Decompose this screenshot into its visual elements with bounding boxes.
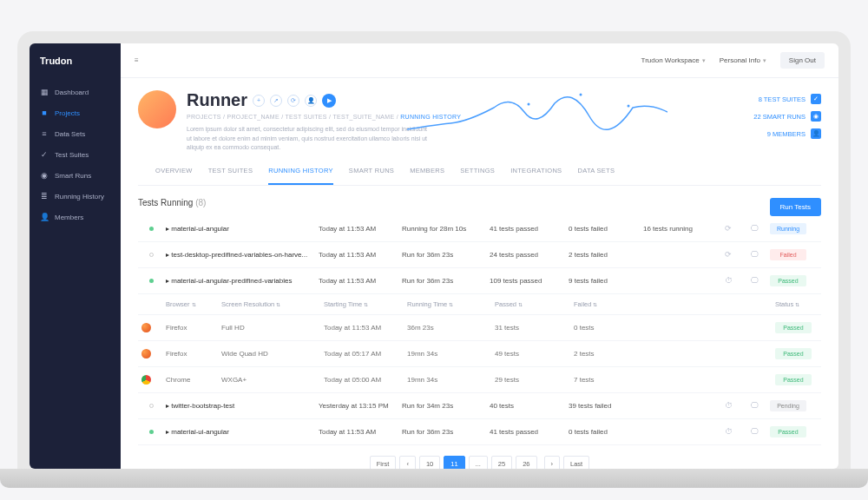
sidebar-item-data-sets[interactable]: ≡Data Sets <box>30 123 121 144</box>
time-cell: Today at 11:53 AM <box>319 251 397 259</box>
tab-test-suites[interactable]: TEST SUITES <box>208 167 253 185</box>
table-row[interactable]: ▸ test-desktop-predifined-variables-on-h… <box>138 242 821 268</box>
link-icon[interactable]: ↗ <box>270 95 282 107</box>
status-dot <box>149 404 154 408</box>
run-tests-button[interactable]: Run Tests <box>770 198 821 216</box>
history-icon[interactable]: ⏱ <box>718 276 739 285</box>
status-badge: Passed <box>775 348 812 359</box>
project-stats: 8 TEST SUITES✓ 22 SMART RUNS◉ 9 MEMBERS👤 <box>753 94 821 146</box>
failed-cell: 2 tests failed <box>569 251 638 259</box>
monitor-icon[interactable]: 🖵 <box>744 250 765 259</box>
check-icon: ✓ <box>811 94 821 104</box>
sidebar-item-projects[interactable]: ■Projects <box>30 102 121 123</box>
personal-info-menu[interactable]: Personal Info▾ <box>720 56 766 64</box>
tab-settings[interactable]: SETTINGS <box>460 167 495 185</box>
sub-table-row[interactable]: Firefox Full HD Today at 11:53 AM 36m 23… <box>138 315 821 341</box>
duration-cell: 36m 23s <box>407 324 490 332</box>
monitor-icon[interactable]: 🖵 <box>744 224 765 233</box>
passed-cell: 40 tests <box>490 402 563 410</box>
add-icon[interactable]: + <box>253 95 265 107</box>
failed-cell: 7 tests <box>574 376 643 384</box>
monitor-icon[interactable]: 🖵 <box>744 401 765 410</box>
time-cell: Today at 05:00 AM <box>324 376 402 384</box>
sub-table-row[interactable]: Chrome WXGA+ Today at 05:00 AM 19mn 34s … <box>138 367 821 393</box>
status-badge: Passed <box>770 426 806 438</box>
status-badge: Running <box>770 223 806 234</box>
extra-cell: 16 tests running <box>643 225 713 233</box>
resolution-cell: Wide Quad HD <box>221 350 319 358</box>
table-row[interactable]: ▸ twitter-bootstrap-test Yesterday at 13… <box>138 393 821 419</box>
tab-data-sets[interactable]: DATA SETS <box>577 167 615 185</box>
history-icon[interactable]: ⏱ <box>718 401 739 410</box>
signout-button[interactable]: Sign Out <box>780 52 825 69</box>
tab-running-history[interactable]: RUNNING HISTORY <box>268 167 333 185</box>
svg-point-1 <box>580 94 582 96</box>
table-row[interactable]: ▸ material-ui-angular Today at 11:53 AM … <box>138 419 821 445</box>
status-dot <box>149 253 154 257</box>
page-prev[interactable]: ‹ <box>399 456 416 470</box>
duration-cell: Run for 36m 23s <box>402 251 484 259</box>
section-title: Run Tests Tests Running (8) <box>138 198 821 207</box>
tab-overview[interactable]: OVERVIEW <box>155 167 193 185</box>
duration-cell: 19mn 34s <box>407 376 490 384</box>
running-history-icon: ≣ <box>40 192 49 201</box>
history-icon[interactable]: ⏱ <box>718 427 739 436</box>
failed-cell: 39 tests failed <box>569 402 638 410</box>
resolution-cell: Full HD <box>221 324 319 332</box>
workspace-selector[interactable]: Trudon Workspace▾ <box>641 56 706 64</box>
tab-smart-runs[interactable]: SMART RUNS <box>349 167 394 185</box>
sidebar-item-smart-runs[interactable]: ◉Smart Runs <box>30 165 121 186</box>
page-26[interactable]: 26 <box>516 456 536 470</box>
browser-cell: Firefox <box>166 324 216 332</box>
time-cell: Yesterday at 13:15 PM <box>319 402 397 410</box>
monitor-icon[interactable]: 🖵 <box>744 427 765 436</box>
duration-cell: Run for 36m 23s <box>402 277 484 285</box>
table-row[interactable]: ▸ material-ui-angular-predifined-variabl… <box>138 268 821 294</box>
page-10[interactable]: 10 <box>419 456 440 470</box>
hamburger-icon[interactable]: ≡ <box>135 56 139 64</box>
passed-cell: 24 tests passed <box>490 251 563 259</box>
sub-table-row[interactable]: Firefox Wide Quad HD Today at 05:17 AM 1… <box>138 341 821 367</box>
sidebar-item-dashboard[interactable]: ▦Dashboard <box>30 82 121 102</box>
time-cell: Today at 11:53 AM <box>319 277 397 285</box>
smart-runs-icon: ◉ <box>40 171 49 180</box>
play-icon[interactable]: ▶ <box>322 94 336 108</box>
test-name: ▸ twitter-bootstrap-test <box>166 402 313 410</box>
stat-smart-runs[interactable]: 22 SMART RUNS◉ <box>753 111 821 122</box>
page-25[interactable]: 25 <box>491 456 512 470</box>
sidebar: Trudon ▦Dashboard■Projects≡Data Sets✓Tes… <box>30 43 121 469</box>
history-icon[interactable]: ⟳ <box>718 224 739 233</box>
page-last[interactable]: Last <box>563 456 589 470</box>
duration-cell: Run for 34m 23s <box>402 402 484 410</box>
page-11[interactable]: 11 <box>444 456 464 470</box>
status-dot <box>149 279 154 283</box>
stat-members[interactable]: 9 MEMBERS👤 <box>753 128 821 139</box>
page-first[interactable]: First <box>370 456 397 470</box>
sidebar-item-running-history[interactable]: ≣Running History <box>30 186 121 207</box>
history-icon[interactable]: ⟳ <box>718 250 739 259</box>
sidebar-item-members[interactable]: 👤Members <box>30 207 121 227</box>
monitor-icon[interactable]: 🖵 <box>744 276 765 285</box>
svg-point-2 <box>628 105 630 108</box>
stat-test-suites[interactable]: 8 TEST SUITES✓ <box>753 94 821 104</box>
chrome-icon <box>141 375 151 385</box>
user-plus-icon[interactable]: 👤 <box>305 95 317 107</box>
status-dot <box>149 430 154 434</box>
page-next[interactable]: › <box>544 456 561 470</box>
tabs: OVERVIEWTEST SUITESRUNNING HISTORYSMART … <box>138 153 821 186</box>
sidebar-item-test-suites[interactable]: ✓Test Suites <box>30 144 121 165</box>
time-cell: Today at 11:53 AM <box>324 324 402 332</box>
page-...: ... <box>469 456 488 470</box>
data-sets-icon: ≡ <box>40 129 49 138</box>
passed-cell: 29 tests <box>495 376 569 384</box>
refresh-icon[interactable]: ⟳ <box>287 95 299 107</box>
status-badge: Failed <box>770 249 806 260</box>
table-row[interactable]: ▸ material-ui-angular Today at 11:53 AM … <box>138 216 821 242</box>
time-cell: Today at 05:17 AM <box>324 350 402 358</box>
tab-members[interactable]: MEMBERS <box>410 167 444 185</box>
browser-cell: Firefox <box>166 350 216 358</box>
status-badge: Passed <box>775 374 812 385</box>
passed-cell: 31 tests <box>495 324 569 332</box>
tab-integrations[interactable]: INTEGRATIONS <box>510 167 562 185</box>
svg-point-0 <box>528 103 530 106</box>
